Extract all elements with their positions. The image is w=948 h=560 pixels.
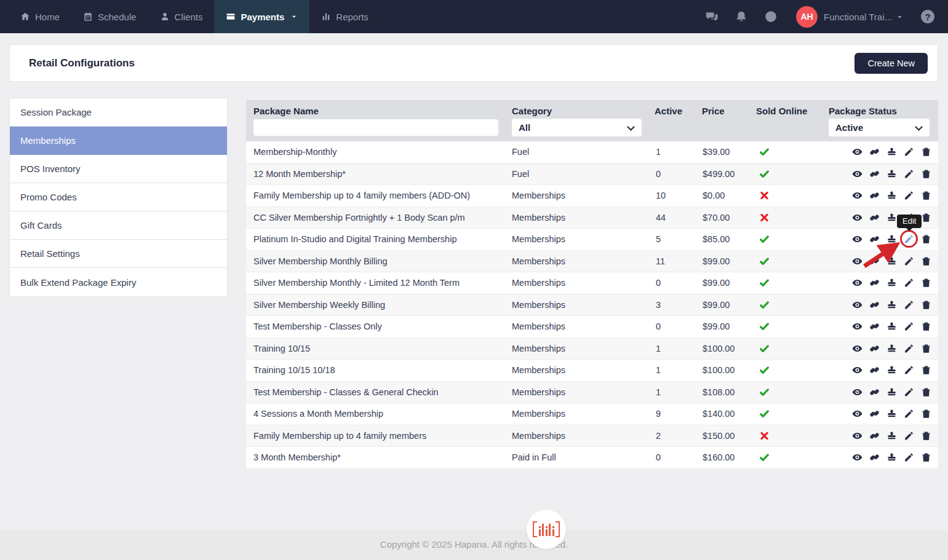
stamp-icon[interactable] [886, 147, 897, 157]
stamp-icon[interactable] [886, 343, 897, 353]
edit-icon[interactable] [904, 430, 914, 441]
nav-item-reports[interactable]: Reports [309, 0, 380, 33]
nav-item-schedule[interactable]: Schedule [71, 0, 148, 33]
cell-active: 0 [656, 452, 661, 462]
edit-icon[interactable] [904, 343, 914, 353]
view-icon[interactable] [852, 278, 862, 288]
sidebar-item-gift-cards[interactable]: Gift Cards [10, 211, 227, 240]
cell-package-name: Platinum In-Studio and Digital Training … [253, 234, 456, 244]
chat-icon[interactable] [705, 10, 719, 23]
view-icon[interactable] [852, 299, 862, 310]
delete-icon[interactable] [921, 168, 931, 179]
nav-item-home[interactable]: Home [9, 0, 71, 33]
nav-item-clients[interactable]: Clients [148, 0, 215, 33]
sidebar-item-promo-codes[interactable]: Promo Codes [10, 183, 227, 211]
nav-right: AH Functional Trai... ? [689, 0, 948, 33]
stamp-icon[interactable] [886, 452, 897, 463]
stamp-icon[interactable] [886, 168, 897, 179]
link-icon[interactable] [869, 430, 880, 441]
delete-icon[interactable] [921, 256, 931, 266]
edit-icon[interactable] [904, 387, 914, 397]
stamp-icon[interactable] [886, 321, 897, 332]
create-new-button[interactable]: Create New [854, 53, 928, 74]
stamp-icon[interactable] [886, 409, 897, 419]
view-icon[interactable] [852, 430, 862, 441]
link-icon[interactable] [869, 409, 880, 419]
delete-icon[interactable] [921, 234, 931, 245]
link-icon[interactable] [869, 278, 880, 288]
delete-icon[interactable] [921, 343, 931, 353]
sidebar-item-session-package[interactable]: Session Package [10, 98, 227, 127]
delete-icon[interactable] [921, 191, 931, 201]
history-clock-icon[interactable] [764, 10, 778, 23]
sidebar-item-memberships[interactable]: Memberships [10, 127, 227, 155]
col-package-status: Package Status [829, 106, 897, 116]
edit-icon[interactable] [904, 278, 914, 288]
view-icon[interactable] [852, 409, 862, 419]
edit-icon[interactable] [904, 452, 914, 463]
view-icon[interactable] [852, 191, 862, 201]
delete-icon[interactable] [921, 321, 931, 332]
cell-active: 1 [656, 147, 661, 157]
link-icon[interactable] [869, 147, 880, 157]
sidebar-item-retail-settings[interactable]: Retail Settings [10, 240, 227, 268]
link-icon[interactable] [869, 299, 880, 310]
edit-icon[interactable] [904, 168, 914, 179]
link-icon[interactable] [869, 343, 880, 353]
edit-icon[interactable] [904, 147, 914, 157]
notifications-bell-icon[interactable] [735, 10, 748, 23]
delete-icon[interactable] [921, 409, 931, 419]
link-icon[interactable] [869, 452, 880, 463]
person-icon [160, 12, 170, 22]
link-icon[interactable] [869, 365, 880, 376]
delete-icon[interactable] [921, 299, 931, 310]
nav-item-payments[interactable]: Payments [214, 0, 309, 33]
package-status-filter-select[interactable]: Active [829, 119, 930, 136]
stamp-icon[interactable] [886, 387, 897, 397]
stamp-icon[interactable] [886, 212, 897, 223]
delete-icon[interactable] [921, 387, 931, 397]
view-icon[interactable] [852, 321, 862, 332]
view-icon[interactable] [852, 212, 862, 223]
help-icon[interactable]: ? [921, 10, 934, 23]
link-icon[interactable] [869, 191, 880, 201]
delete-icon[interactable] [921, 365, 931, 376]
account-name[interactable]: Functional Trai... [824, 12, 892, 22]
delete-icon[interactable] [921, 212, 931, 223]
delete-icon[interactable] [921, 430, 931, 441]
stamp-icon[interactable] [886, 191, 897, 201]
package-name-filter-input[interactable] [253, 119, 498, 136]
view-icon[interactable] [852, 452, 862, 463]
view-icon[interactable] [852, 343, 862, 353]
delete-icon[interactable] [921, 147, 931, 157]
sold-online-check-icon [759, 452, 770, 463]
stamp-icon[interactable] [886, 278, 897, 288]
edit-icon[interactable] [904, 321, 914, 332]
sold-online-check-icon [759, 256, 770, 266]
sidebar-item-pos-inventory[interactable]: POS Inventory [10, 155, 227, 183]
edit-icon[interactable] [904, 191, 914, 201]
stamp-icon[interactable] [886, 365, 897, 376]
link-icon[interactable] [869, 321, 880, 332]
stamp-icon[interactable] [886, 430, 897, 441]
sidebar-item-bulk-extend-package-expiry[interactable]: Bulk Extend Package Expiry [10, 268, 227, 296]
cell-price: $108.00 [703, 387, 735, 397]
edit-icon[interactable] [904, 409, 914, 419]
cell-price: $140.00 [703, 409, 735, 419]
link-icon[interactable] [869, 168, 880, 179]
delete-icon[interactable] [921, 452, 931, 463]
stamp-icon[interactable] [886, 299, 897, 310]
row-actions [852, 168, 931, 179]
view-icon[interactable] [852, 387, 862, 397]
link-icon[interactable] [869, 212, 880, 223]
view-icon[interactable] [852, 168, 862, 179]
view-icon[interactable] [852, 365, 862, 376]
view-icon[interactable] [852, 147, 862, 157]
edit-icon[interactable] [904, 365, 914, 376]
avatar[interactable]: AH [796, 6, 818, 28]
account-caret-icon[interactable] [896, 13, 904, 21]
delete-icon[interactable] [921, 278, 931, 288]
link-icon[interactable] [869, 387, 880, 397]
category-filter-select[interactable]: All [512, 119, 642, 136]
edit-icon[interactable] [904, 299, 914, 310]
